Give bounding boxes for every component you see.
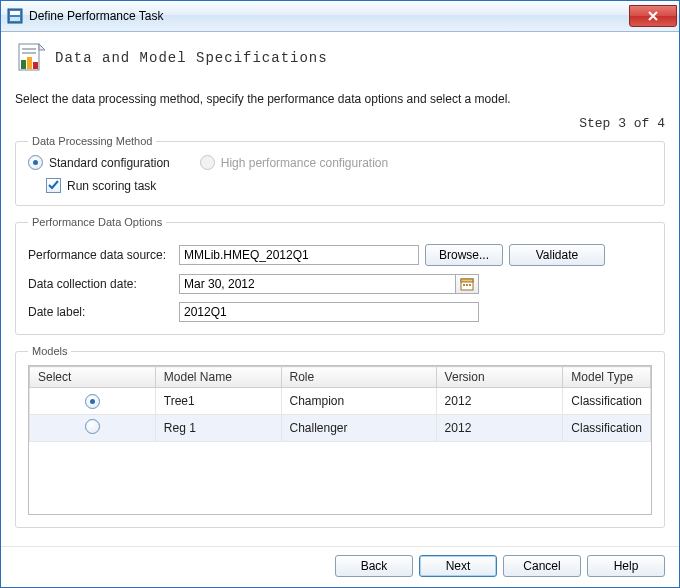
models-legend: Models: [28, 345, 71, 357]
svg-rect-6: [22, 52, 36, 54]
data-processing-group: Data Processing Method Standard configur…: [15, 135, 665, 206]
col-select[interactable]: Select: [30, 367, 156, 388]
standard-config-label: Standard configuration: [49, 156, 170, 170]
cell-type: Classification: [563, 388, 651, 415]
date-label-label: Date label:: [28, 305, 173, 319]
radio-icon: [28, 155, 43, 170]
performance-data-group: Performance Data Options Performance dat…: [15, 216, 665, 335]
models-table-container: Select Model Name Role Version Model Typ…: [28, 365, 652, 515]
perf-source-label: Performance data source:: [28, 248, 173, 262]
perf-source-input[interactable]: [179, 245, 419, 265]
date-label-input[interactable]: [179, 302, 479, 322]
high-perf-config-radio: High performance configuration: [200, 155, 388, 170]
calendar-button[interactable]: [455, 274, 479, 294]
svg-rect-8: [27, 57, 32, 69]
models-group: Models Select Model Name Role Version Mo…: [15, 345, 665, 528]
svg-rect-12: [463, 284, 465, 286]
page-subtitle: Select the data processing method, speci…: [15, 92, 665, 106]
svg-rect-11: [461, 279, 473, 282]
title-bar: Define Performance Task: [1, 1, 679, 32]
validate-button[interactable]: Validate: [509, 244, 605, 266]
collection-date-label: Data collection date:: [28, 277, 173, 291]
cell-name: Reg 1: [155, 415, 281, 442]
page-title: Data and Model Specifications: [55, 50, 328, 66]
high-perf-config-label: High performance configuration: [221, 156, 388, 170]
back-button[interactable]: Back: [335, 555, 413, 577]
col-role[interactable]: Role: [281, 367, 436, 388]
cell-type: Classification: [563, 415, 651, 442]
page-header: Data and Model Specifications: [15, 42, 665, 74]
performance-data-legend: Performance Data Options: [28, 216, 166, 228]
close-button[interactable]: [629, 5, 677, 27]
svg-rect-14: [469, 284, 471, 286]
standard-config-radio[interactable]: Standard configuration: [28, 155, 170, 170]
content-area: Data and Model Specifications Select the…: [1, 32, 679, 546]
svg-rect-1: [10, 11, 20, 15]
run-scoring-checkbox[interactable]: Run scoring task: [46, 178, 652, 193]
svg-rect-9: [33, 62, 38, 69]
browse-button[interactable]: Browse...: [425, 244, 503, 266]
row-select-radio[interactable]: [85, 394, 100, 409]
document-icon: [15, 42, 47, 74]
svg-rect-5: [22, 48, 36, 50]
cell-version: 2012: [436, 388, 563, 415]
svg-rect-13: [466, 284, 468, 286]
models-table: Select Model Name Role Version Model Typ…: [29, 366, 651, 442]
cell-name: Tree1: [155, 388, 281, 415]
cell-role: Champion: [281, 388, 436, 415]
col-name[interactable]: Model Name: [155, 367, 281, 388]
cell-role: Challenger: [281, 415, 436, 442]
run-scoring-label: Run scoring task: [67, 179, 156, 193]
calendar-icon: [460, 277, 474, 291]
window-title: Define Performance Task: [29, 9, 629, 23]
table-row[interactable]: Tree1 Champion 2012 Classification: [30, 388, 651, 415]
cancel-button[interactable]: Cancel: [503, 555, 581, 577]
next-button[interactable]: Next: [419, 555, 497, 577]
help-button[interactable]: Help: [587, 555, 665, 577]
step-indicator: Step 3 of 4: [15, 116, 665, 131]
svg-marker-4: [39, 44, 45, 50]
svg-rect-2: [10, 17, 20, 21]
app-icon: [7, 8, 23, 24]
wizard-buttons: Back Next Cancel Help: [1, 546, 679, 587]
radio-icon: [200, 155, 215, 170]
col-version[interactable]: Version: [436, 367, 563, 388]
collection-date-input[interactable]: [179, 274, 455, 294]
cell-version: 2012: [436, 415, 563, 442]
svg-rect-7: [21, 60, 26, 69]
row-select-radio[interactable]: [85, 419, 100, 434]
checkbox-icon: [46, 178, 61, 193]
table-row[interactable]: Reg 1 Challenger 2012 Classification: [30, 415, 651, 442]
data-processing-legend: Data Processing Method: [28, 135, 156, 147]
col-type[interactable]: Model Type: [563, 367, 651, 388]
dialog-window: Define Performance Task Data and Model S…: [0, 0, 680, 588]
